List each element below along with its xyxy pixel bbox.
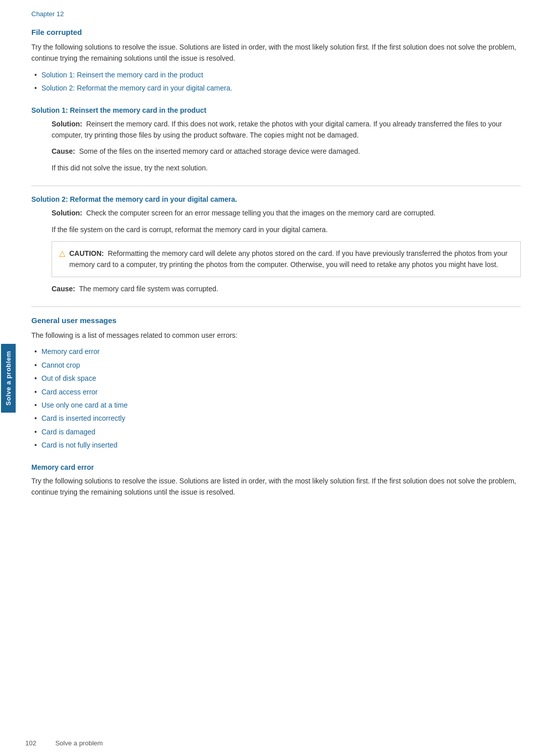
gum-link-6[interactable]: Card is damaged — [41, 428, 96, 436]
list-item: Use only one card at a time — [41, 399, 521, 411]
general-user-messages-list: Memory card error Cannot crop Out of dis… — [31, 346, 521, 451]
file-corrupted-title: File corrupted — [31, 28, 521, 36]
caution-body: Reformatting the memory card will delete… — [69, 249, 508, 269]
memory-card-error-section: Memory card error Try the following solu… — [31, 463, 521, 498]
gum-link-0[interactable]: Memory card error — [41, 347, 100, 355]
sidebar: Solve a problem — [0, 0, 16, 756]
solution1-content: Solution: Reinsert the memory card. If t… — [31, 118, 521, 174]
gum-link-3[interactable]: Card access error — [41, 388, 98, 396]
footer-page-number: 102 — [25, 739, 36, 747]
solution2-cause-text: The memory card file system was corrupte… — [79, 285, 218, 293]
solution2-solution-text: Check the computer screen for an error m… — [86, 209, 435, 217]
solution2-cause-label: Cause: — [52, 285, 75, 293]
solution2-title: Solution 2: Reformat the memory card in … — [31, 195, 521, 203]
solution2-cause: Cause: The memory card file system was c… — [52, 283, 521, 294]
list-item: Cannot crop — [41, 360, 521, 371]
solution1-solution: Solution: Reinsert the memory card. If t… — [52, 118, 521, 141]
solution1-next: If this did not solve the issue, try the… — [52, 162, 521, 173]
file-corrupted-intro: Try the following solutions to resolve t… — [31, 41, 521, 64]
list-item: Card is damaged — [41, 426, 521, 437]
memory-card-error-title: Memory card error — [31, 463, 521, 471]
gum-link-2[interactable]: Out of disk space — [41, 374, 96, 382]
solution2-body2: If the file system on the card is corrup… — [52, 224, 521, 235]
general-user-messages-section: General user messages The following is a… — [31, 316, 521, 451]
list-item: Solution 2: Reformat the memory card in … — [41, 82, 521, 94]
divider-1 — [31, 186, 521, 186]
general-user-messages-intro: The following is a list of messages rela… — [31, 330, 521, 341]
gum-link-4[interactable]: Use only one card at a time — [41, 401, 127, 409]
solution1-cause: Cause: Some of the files on the inserted… — [52, 146, 521, 157]
memory-card-error-intro: Try the following solutions to resolve t… — [31, 475, 521, 498]
general-user-messages-title: General user messages — [31, 316, 521, 325]
solution1-section: Solution 1: Reinsert the memory card in … — [31, 106, 521, 174]
list-item: Solution 1: Reinsert the memory card in … — [41, 69, 521, 80]
chapter-label: Chapter 12 — [31, 10, 521, 18]
solution2-section: Solution 2: Reformat the memory card in … — [31, 195, 521, 294]
caution-text-content: CAUTION: Reformatting the memory card wi… — [69, 248, 513, 271]
solution1-title: Solution 1: Reinsert the memory card in … — [31, 106, 521, 114]
footer-text: Solve a problem — [55, 739, 103, 747]
gum-link-7[interactable]: Card is not fully inserted — [41, 441, 117, 449]
caution-box: △ CAUTION: Reformatting the memory card … — [52, 241, 521, 277]
sidebar-tab-label: Solve a problem — [1, 344, 16, 413]
file-corrupted-section: File corrupted Try the following solutio… — [31, 28, 521, 94]
solution2-solution-label: Solution: — [52, 209, 82, 217]
list-item: Out of disk space — [41, 373, 521, 384]
gum-link-5[interactable]: Card is inserted incorrectly — [41, 414, 125, 422]
caution-icon: △ — [59, 248, 65, 258]
list-item: Card is not fully inserted — [41, 439, 521, 451]
gum-link-1[interactable]: Cannot crop — [41, 361, 80, 369]
solution1-cause-label: Cause: — [52, 147, 75, 155]
page-footer: 102 Solve a problem — [25, 739, 103, 747]
solution1-cause-text: Some of the files on the inserted memory… — [79, 147, 360, 155]
solution2-solution: Solution: Check the computer screen for … — [52, 207, 521, 218]
solution1-link[interactable]: Solution 1: Reinsert the memory card in … — [41, 71, 203, 79]
list-item: Card access error — [41, 386, 521, 397]
solution1-solution-label: Solution: — [52, 120, 82, 128]
solution1-solution-text: Reinsert the memory card. If this does n… — [52, 120, 502, 139]
list-item: Memory card error — [41, 346, 521, 357]
footer-separator — [42, 739, 49, 747]
file-corrupted-links: Solution 1: Reinsert the memory card in … — [31, 69, 521, 94]
caution-label: CAUTION: — [69, 249, 104, 257]
solution2-link[interactable]: Solution 2: Reformat the memory card in … — [41, 84, 232, 92]
main-content: Chapter 12 File corrupted Try the follow… — [16, 0, 546, 756]
list-item: Card is inserted incorrectly — [41, 413, 521, 424]
divider-2 — [31, 306, 521, 307]
solution2-content: Solution: Check the computer screen for … — [31, 207, 521, 294]
